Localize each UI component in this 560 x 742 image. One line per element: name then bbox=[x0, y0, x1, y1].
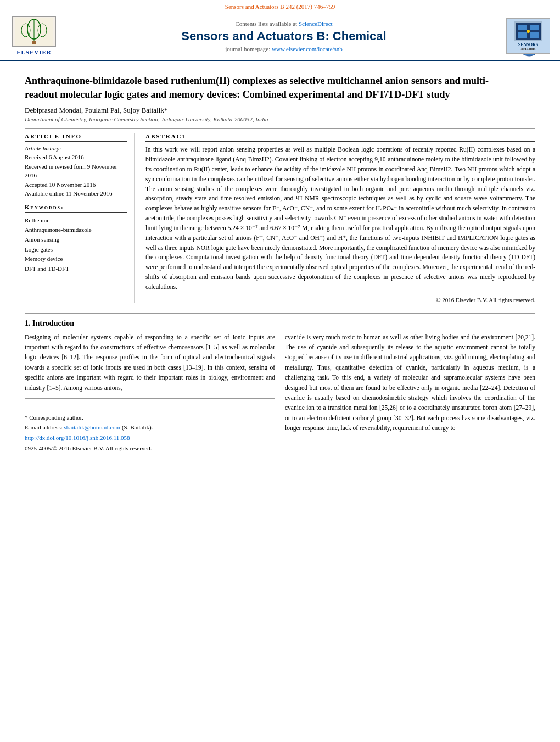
journal-topbar: Sensors and Actuators B 242 (2017) 746–7… bbox=[0, 0, 560, 12]
contents-text: Contents lists available at bbox=[235, 20, 297, 27]
copyright-line: © 2016 Elsevier B.V. All rights reserved… bbox=[145, 297, 535, 303]
keyword-memory-device: Memory device bbox=[25, 254, 127, 264]
keywords-section: Keywords: Ruthenium Anthraquinone-biimid… bbox=[25, 204, 127, 274]
sensors-logo-text1: SENSORS bbox=[518, 42, 538, 47]
svg-rect-9 bbox=[518, 32, 527, 38]
accepted-date: Accepted 10 November 2016 bbox=[25, 180, 127, 189]
article-info-abstract: ARTICLE INFO Article history: Received 6… bbox=[25, 133, 535, 303]
abstract-heading: ABSTRACT bbox=[145, 133, 535, 142]
online-date: Available online 11 November 2016 bbox=[25, 189, 127, 198]
email-label: E-mail address: bbox=[25, 424, 63, 431]
intro-title: 1. Introduction bbox=[25, 319, 535, 328]
keywords-heading: Keywords: bbox=[25, 204, 127, 213]
elsevier-svg bbox=[15, 18, 53, 46]
issn-line: 0925-4005/© 2016 Elsevier B.V. All right… bbox=[25, 443, 275, 454]
footnote-divider-line: ___________ bbox=[25, 402, 275, 412]
journal-title: Sensors and Actuators B: Chemical bbox=[67, 29, 501, 43]
article-info-heading: ARTICLE INFO bbox=[25, 133, 127, 142]
intro-col1-para1: Designing of molecular systems capable o… bbox=[25, 332, 275, 393]
sensors-logo-image bbox=[514, 21, 542, 41]
abstract-text: In this work we will report anion sensin… bbox=[145, 145, 535, 292]
article-title: Anthraquinone-biimidazole based rutheniu… bbox=[25, 74, 535, 102]
svg-rect-7 bbox=[518, 25, 527, 30]
svg-rect-8 bbox=[530, 25, 539, 30]
authors-text: Debiprasad Mondal, Poulami Pal, Sujoy Ba… bbox=[25, 106, 167, 114]
article-info-section: ARTICLE INFO Article history: Received 6… bbox=[25, 133, 135, 303]
corresponding-author: * Corresponding author. bbox=[25, 412, 275, 423]
svg-rect-10 bbox=[530, 32, 539, 38]
history-label: Article history: bbox=[25, 145, 127, 152]
elsevier-label: ELSEVIER bbox=[16, 49, 52, 55]
footnote-area: ___________ * Corresponding author. E-ma… bbox=[25, 398, 275, 453]
doi-line: http://dx.doi.org/10.1016/j.snb.2016.11.… bbox=[25, 433, 275, 443]
keyword-logic-gates: Logic gates bbox=[25, 245, 127, 255]
intro-columns: Designing of molecular systems capable o… bbox=[25, 332, 535, 454]
page: Sensors and Actuators B 242 (2017) 746–7… bbox=[0, 0, 560, 742]
abstract-section: ABSTRACT In this work we will report ani… bbox=[145, 133, 535, 303]
elsevier-logo-area: ELSEVIER bbox=[7, 16, 61, 55]
intro-col2-para1: cyanide is very much toxic to human as w… bbox=[285, 332, 535, 433]
intro-col2: cyanide is very much toxic to human as w… bbox=[285, 332, 535, 454]
homepage-label: journal homepage: bbox=[225, 46, 270, 52]
introduction-section: 1. Introduction Designing of molecular s… bbox=[25, 313, 535, 454]
svg-rect-5 bbox=[32, 41, 36, 44]
journal-center-info: Contents lists available at ScienceDirec… bbox=[61, 20, 506, 52]
svg-point-11 bbox=[527, 30, 530, 33]
article-body: Anthraquinone-biimidazole based rutheniu… bbox=[0, 61, 560, 459]
contents-available: Contents lists available at ScienceDirec… bbox=[67, 20, 501, 27]
header-divider bbox=[25, 128, 535, 129]
corresponding-label: * Corresponding author. bbox=[25, 414, 83, 421]
keyword-ruthenium: Ruthenium bbox=[25, 216, 127, 226]
email-line: E-mail address: sbaitalik@hotmail.com (S… bbox=[25, 422, 275, 433]
affiliation-line: Department of Chemistry, Inorganic Chemi… bbox=[25, 116, 535, 122]
journal-citation: Sensors and Actuators B 242 (2017) 746–7… bbox=[225, 3, 335, 10]
sensors-logo-svg bbox=[516, 23, 541, 40]
keyword-dft: DFT and TD-DFT bbox=[25, 264, 127, 274]
journal-header: ELSEVIER Contents lists available at Sci… bbox=[0, 12, 560, 61]
authors-line: Debiprasad Mondal, Poulami Pal, Sujoy Ba… bbox=[25, 106, 535, 115]
elsevier-tree-logo bbox=[12, 16, 56, 47]
homepage-url[interactable]: www.elsevier.com/locate/snb bbox=[272, 46, 343, 52]
keyword-anthraquinone: Anthraquinone-biimidazole bbox=[25, 225, 127, 235]
intro-heading: Introduction bbox=[32, 319, 74, 327]
doi-link[interactable]: http://dx.doi.org/10.1016/j.snb.2016.11.… bbox=[25, 434, 130, 441]
journal-homepage-line: journal homepage: www.elsevier.com/locat… bbox=[67, 46, 501, 52]
revised-date: Received in revised form 9 November 2016 bbox=[25, 162, 127, 180]
email-link[interactable]: sbaitalik@hotmail.com bbox=[64, 424, 120, 431]
sensors-logo-text2: AcTuators bbox=[521, 47, 536, 51]
intro-number: 1. bbox=[25, 319, 31, 327]
keyword-anion-sensing: Anion sensing bbox=[25, 235, 127, 245]
sciencedirect-link[interactable]: ScienceDirect bbox=[299, 20, 333, 27]
sensors-actuators-logo: SENSORS AcTuators bbox=[506, 18, 550, 54]
received-date: Received 6 August 2016 bbox=[25, 153, 127, 162]
email-name: (S. Baitalik). bbox=[122, 424, 153, 431]
intro-col1: Designing of molecular systems capable o… bbox=[25, 332, 275, 454]
